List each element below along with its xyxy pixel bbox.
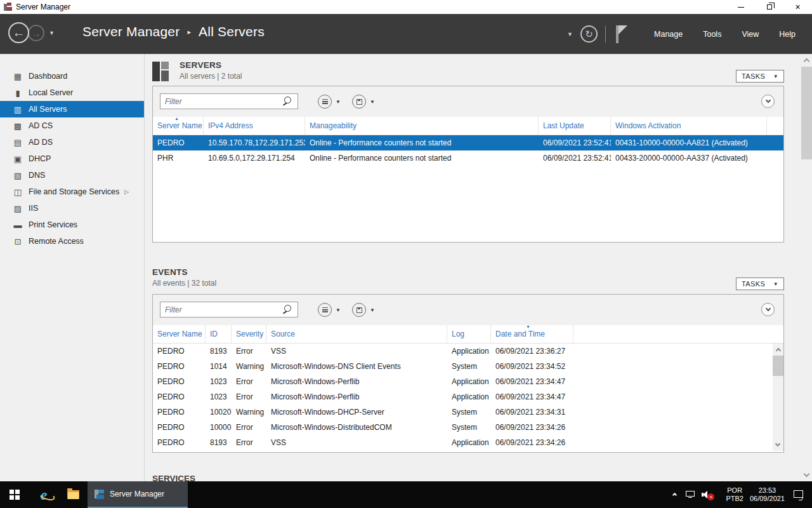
sidebar-item-dhcp[interactable]: ▣DHCP	[0, 150, 144, 167]
tasks-label: TASKS	[742, 72, 765, 80]
events-scrollbar[interactable]	[773, 344, 783, 451]
close-button[interactable]: ×	[783, 0, 812, 14]
table-row[interactable]: PEDRO10000ErrorMicrosoft-Windows-Distrib…	[153, 420, 783, 435]
start-button[interactable]	[0, 481, 29, 508]
breadcrumb-current: All Servers	[199, 24, 265, 39]
file-explorer-button[interactable]	[58, 481, 88, 508]
sidebar-item-dns[interactable]: ▧DNS	[0, 167, 144, 184]
sidebar-item-remote-access[interactable]: ⊡Remote Access	[0, 233, 144, 250]
menu-view[interactable]: View	[731, 23, 769, 45]
iis-icon: ▨	[13, 204, 23, 213]
scroll-up-icon[interactable]	[804, 58, 810, 65]
list-icon	[322, 99, 328, 104]
column-ipv4-address[interactable]: IPv4 Address	[204, 117, 305, 135]
tray-time: 23:53	[750, 486, 785, 495]
table-row[interactable]: PEDRO1023ErrorMicrosoft-Windows-PerflibA…	[153, 389, 783, 404]
events-query-caret-icon[interactable]: ▼	[336, 307, 341, 313]
table-row[interactable]: PEDRO10020WarningMicrosoft-Windows-DHCP-…	[153, 404, 783, 420]
column-last-update[interactable]: Last Update	[539, 117, 611, 135]
sidebar-item-dashboard[interactable]: ▦Dashboard	[0, 68, 144, 84]
main-scrollbar-thumb[interactable]	[801, 67, 812, 159]
sidebar-item-local-server[interactable]: ▮Local Server	[0, 84, 144, 101]
sidebar-item-all-servers[interactable]: ▥All Servers	[0, 101, 144, 117]
column-server-name[interactable]: Server Name	[153, 325, 206, 343]
notifications-dropdown[interactable]: ▼	[567, 31, 573, 37]
servers-save-caret-icon[interactable]: ▼	[370, 99, 375, 105]
column-server-name[interactable]: ▲Server Name	[153, 117, 204, 135]
servers-query-button[interactable]	[318, 95, 332, 109]
taskbar-server-manager-button[interactable]: Server Manager	[88, 481, 188, 508]
events-collapse-button[interactable]	[761, 303, 775, 316]
table-row[interactable]: PEDRO8193ErrorVSSApplication06/09/2021 2…	[153, 344, 783, 359]
servers-tasks-button[interactable]: TASKS ▼	[736, 70, 784, 83]
events-save-caret-icon[interactable]: ▼	[370, 307, 375, 313]
servers-save-query-button[interactable]	[352, 95, 366, 109]
events-scrollbar-thumb[interactable]	[773, 356, 783, 376]
events-filter-input[interactable]	[160, 305, 282, 314]
file-storage-icon: ◫	[13, 187, 23, 197]
table-row[interactable]: PEDRO 10.59.170.78,172.29.171.253 Online…	[153, 135, 783, 150]
minimize-icon	[738, 7, 744, 8]
breadcrumb-root[interactable]: Server Manager	[82, 24, 180, 39]
table-row[interactable]: PEDRO1014WarningMicrosoft-Windows-DNS Cl…	[153, 359, 783, 374]
column-date-and-time[interactable]: ▼Date and Time	[491, 325, 573, 343]
save-icon	[357, 307, 362, 313]
notifications-flag-button[interactable]	[615, 25, 630, 44]
action-center-icon[interactable]	[794, 490, 804, 500]
events-filter-box	[160, 302, 298, 318]
events-section-subtitle: All events | 32 total	[152, 279, 216, 288]
sidebar-item-ad-ds[interactable]: ▤AD DS	[0, 134, 144, 150]
table-row[interactable]: PHR 10.69.5.0,172.29.171.254 Online - Pe…	[153, 150, 783, 166]
servers-query-caret-icon[interactable]: ▼	[336, 99, 341, 105]
internet-explorer-button[interactable]: e	[29, 481, 58, 508]
sidebar-item-iis[interactable]: ▨IIS	[0, 200, 144, 217]
tray-expand-button[interactable]	[668, 493, 681, 497]
menu-tools[interactable]: Tools	[693, 23, 731, 45]
events-section-title: EVENTS	[152, 267, 216, 277]
restore-button[interactable]	[755, 0, 783, 14]
events-tasks-button[interactable]: TASKS ▼	[736, 277, 784, 290]
column-manageability[interactable]: Manageability	[305, 117, 539, 135]
tray-date: 06/09/2021	[750, 495, 785, 503]
clock[interactable]: 23:53 06/09/2021	[750, 486, 785, 503]
column-id[interactable]: ID	[206, 325, 232, 343]
language-indicator[interactable]: POR PTB2	[726, 486, 743, 503]
sidebar-item-label: AD CS	[29, 121, 53, 130]
minimize-button[interactable]	[726, 0, 755, 14]
breadcrumb-separator-icon: ▸	[187, 28, 191, 36]
scroll-down-icon[interactable]	[775, 441, 780, 446]
scroll-down-icon[interactable]	[804, 471, 810, 478]
sidebar-item-label: Remote Access	[29, 237, 84, 246]
sidebar-item-file-storage-services[interactable]: ◫File and Storage Services▷	[0, 184, 144, 200]
events-rows: PEDRO8193ErrorVSSApplication06/09/2021 2…	[153, 344, 783, 451]
menu-help[interactable]: Help	[769, 23, 806, 45]
sidebar-item-ad-cs[interactable]: ▩AD CS	[0, 117, 144, 134]
main-scrollbar[interactable]	[801, 54, 812, 481]
toolbar-divider	[605, 26, 606, 43]
navigation-bar: ← → ▼ Server Manager ▸ All Servers ▼ ↻ M…	[0, 14, 812, 54]
taskbar: e Server Manager × POR PTB2 23:53 06/09/…	[0, 481, 812, 508]
column-severity[interactable]: Severity	[232, 325, 266, 343]
sidebar-item-label: AD DS	[29, 138, 53, 147]
events-query-button[interactable]	[318, 303, 332, 317]
table-row[interactable]: PEDRO8193ErrorVSSApplication06/09/2021 2…	[153, 435, 783, 450]
column-log[interactable]: Log	[447, 325, 491, 343]
servers-collapse-button[interactable]	[761, 95, 775, 108]
events-save-query-button[interactable]	[352, 303, 366, 317]
volume-muted-icon[interactable]: ×	[702, 490, 714, 500]
refresh-button[interactable]: ↻	[580, 25, 598, 43]
sidebar-item-label: All Servers	[29, 105, 67, 114]
column-windows-activation[interactable]: Windows Activation	[611, 117, 767, 135]
dhcp-icon: ▣	[13, 154, 23, 164]
forward-button[interactable]: →	[28, 25, 44, 41]
network-icon[interactable]	[686, 491, 697, 499]
history-dropdown[interactable]: ▼	[49, 30, 55, 36]
menu-manage[interactable]: Manage	[644, 23, 693, 45]
column-source[interactable]: Source	[266, 325, 447, 343]
sidebar-item-print-services[interactable]: ▬Print Services	[0, 217, 144, 233]
scroll-up-icon[interactable]	[775, 348, 780, 353]
servers-filter-input[interactable]	[160, 97, 282, 106]
back-button[interactable]: ←	[8, 22, 29, 43]
main-content: SERVERS All servers | 2 total TASKS ▼ ▼ …	[145, 54, 812, 481]
table-row[interactable]: PEDRO1023ErrorMicrosoft-Windows-PerflibA…	[153, 374, 783, 389]
